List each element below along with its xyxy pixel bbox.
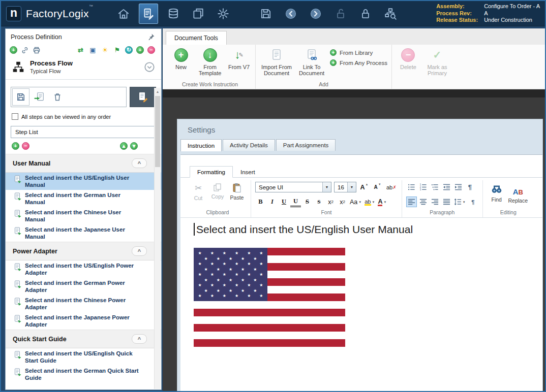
clear-formatting-button[interactable]: ab✗ bbox=[385, 182, 398, 192]
sync-icon[interactable]: ↻ bbox=[125, 46, 133, 54]
text-highlight-button[interactable]: ab▼ bbox=[363, 197, 376, 207]
process-definition-button[interactable] bbox=[139, 4, 158, 24]
cut-button[interactable]: ✂ Cut bbox=[189, 180, 208, 207]
delete-step-button[interactable] bbox=[49, 88, 66, 106]
process-flow-row[interactable]: Process Flow Typical Flow bbox=[6, 57, 161, 80]
step-item[interactable]: Select and insert the Japanese User Manu… bbox=[6, 224, 161, 242]
remove-step-button[interactable]: − bbox=[22, 142, 29, 150]
numbered-list-button[interactable]: 123 bbox=[418, 182, 429, 192]
tab-formatting[interactable]: Formatting bbox=[190, 166, 233, 178]
view-order-checkbox[interactable] bbox=[12, 113, 18, 120]
lock-button[interactable] bbox=[356, 4, 375, 24]
step-item[interactable]: Select and insert the US/English Quick S… bbox=[6, 348, 161, 366]
star-icon[interactable]: ☀ bbox=[101, 46, 109, 54]
paragraph-options-button[interactable]: ¶ bbox=[468, 197, 478, 207]
edit-work-instruction-button[interactable] bbox=[130, 87, 156, 107]
document-canvas[interactable]: Select and insert the US/English User Ma… bbox=[180, 218, 542, 347]
superscript-button[interactable]: x2 bbox=[325, 197, 336, 207]
documents-button[interactable] bbox=[189, 4, 208, 24]
save-button[interactable] bbox=[256, 4, 276, 24]
font-size-combo[interactable]: 16 ▼ bbox=[334, 182, 356, 192]
grow-font-button[interactable]: A▲ bbox=[359, 182, 370, 192]
step-list-scrollbar[interactable]: ▲ bbox=[154, 88, 161, 389]
tab-insert[interactable]: Insert bbox=[233, 166, 263, 178]
materials-button[interactable] bbox=[164, 4, 183, 24]
underline-button[interactable]: U bbox=[279, 197, 289, 207]
font-color-button[interactable]: A▼ bbox=[377, 197, 387, 207]
collapse-chevron-icon[interactable]: ^ bbox=[132, 158, 147, 168]
align-center-button[interactable] bbox=[418, 197, 429, 207]
step-item[interactable]: Select and insert the German Quick Start… bbox=[6, 366, 161, 383]
collapse-circle-icon[interactable] bbox=[144, 61, 155, 73]
new-button[interactable]: + New bbox=[169, 46, 193, 70]
monitor-icon[interactable]: ▣ bbox=[88, 46, 97, 54]
step-item[interactable]: Select and insert the German Power Adapt… bbox=[6, 278, 161, 295]
decrease-indent-button[interactable] bbox=[441, 182, 452, 192]
double-strikethrough-button[interactable]: S bbox=[314, 197, 324, 207]
import-step-button[interactable] bbox=[31, 88, 48, 106]
find-button[interactable]: Find bbox=[487, 180, 506, 207]
collapse-chevron-icon[interactable]: ^ bbox=[132, 246, 147, 256]
import-from-document-button[interactable]: Import From Document bbox=[260, 46, 293, 76]
collapse-chevron-icon[interactable]: ^ bbox=[132, 334, 147, 344]
move-step-down-button[interactable]: ▾ bbox=[130, 142, 138, 150]
add-icon[interactable]: + bbox=[10, 46, 17, 54]
shrink-font-button[interactable]: A▼ bbox=[372, 182, 383, 192]
save-step-button[interactable] bbox=[12, 88, 29, 106]
step-item[interactable]: Select and insert the Chinese User Manua… bbox=[6, 207, 161, 224]
tab-document-tools[interactable]: Document Tools bbox=[166, 31, 227, 45]
add-step-icon[interactable]: + bbox=[136, 46, 144, 54]
chevron-down-icon[interactable]: ▼ bbox=[322, 182, 331, 192]
back-button[interactable] bbox=[281, 4, 300, 24]
link-icon[interactable] bbox=[21, 46, 29, 54]
step-group-power-adapter[interactable]: Power Adapter ^ bbox=[6, 242, 161, 260]
paragraph-marks-button[interactable]: ¶ bbox=[465, 182, 475, 192]
change-case-button[interactable]: Aa▼ bbox=[349, 197, 362, 207]
scroll-up-arrow[interactable]: ▲ bbox=[155, 88, 161, 95]
align-right-button[interactable] bbox=[430, 197, 440, 207]
step-group-quick-start-guide[interactable]: Quick Start Guide ^ bbox=[6, 330, 161, 348]
disable-step-icon[interactable]: − bbox=[147, 46, 155, 54]
align-left-button[interactable] bbox=[406, 197, 417, 207]
bullet-list-button[interactable] bbox=[406, 182, 417, 192]
font-family-combo[interactable]: Segoe UI ▼ bbox=[255, 182, 331, 192]
scrollbar-thumb[interactable] bbox=[155, 96, 160, 167]
link-to-document-button[interactable]: Link To Document bbox=[296, 46, 327, 76]
from-library-button[interactable]: + From Library bbox=[330, 49, 387, 56]
move-step-up-button[interactable]: ▴ bbox=[120, 142, 128, 150]
settings-button[interactable] bbox=[214, 4, 233, 24]
subscript-button[interactable]: x2 bbox=[337, 197, 348, 207]
flag-icon[interactable]: ⚑ bbox=[113, 46, 122, 54]
print-icon[interactable] bbox=[33, 46, 41, 54]
increase-indent-button[interactable] bbox=[453, 182, 464, 192]
multilevel-list-button[interactable] bbox=[430, 182, 440, 192]
unlock-button[interactable] bbox=[331, 4, 350, 24]
double-underline-button[interactable]: U bbox=[290, 197, 301, 207]
replace-button[interactable]: AB Replace bbox=[506, 180, 530, 207]
forward-button[interactable] bbox=[306, 4, 325, 24]
italic-button[interactable]: I bbox=[267, 197, 278, 207]
copy-button[interactable]: Copy bbox=[208, 180, 227, 207]
delete-button[interactable]: − Delete bbox=[396, 46, 420, 70]
mark-as-primary-button[interactable]: ✓ Mark as Primary bbox=[423, 46, 451, 76]
from-template-button[interactable]: ↓ From Template bbox=[196, 46, 224, 76]
paste-button[interactable]: Paste bbox=[227, 180, 247, 207]
step-item[interactable]: Select and insert the US/English User Ma… bbox=[6, 173, 161, 190]
tab-activity-details[interactable]: Activity Details bbox=[223, 139, 275, 151]
reorder-steps-icon[interactable]: ⇄ bbox=[76, 46, 85, 54]
bold-button[interactable]: B bbox=[255, 197, 266, 207]
line-spacing-button[interactable]: ▼ bbox=[453, 197, 467, 207]
strikethrough-button[interactable]: S bbox=[302, 197, 313, 207]
home-button[interactable] bbox=[114, 4, 133, 24]
pin-icon[interactable] bbox=[147, 33, 155, 41]
step-item[interactable]: Select and insert the Chinese Power Adap… bbox=[6, 295, 161, 312]
step-group-user-manual[interactable]: User Manual ^ bbox=[6, 154, 161, 173]
step-item[interactable]: Select and insert the German User Manual bbox=[6, 190, 161, 207]
chevron-down-icon[interactable]: ▼ bbox=[347, 182, 356, 192]
step-item[interactable]: Select and insert the US/English Power A… bbox=[6, 260, 161, 278]
tab-instruction[interactable]: Instruction bbox=[180, 139, 222, 151]
process-audit-button[interactable] bbox=[381, 4, 400, 24]
add-step-button[interactable]: + bbox=[12, 142, 19, 150]
justify-button[interactable] bbox=[441, 197, 452, 207]
from-v7-button[interactable]: ↓✎ From V7 bbox=[227, 46, 251, 70]
